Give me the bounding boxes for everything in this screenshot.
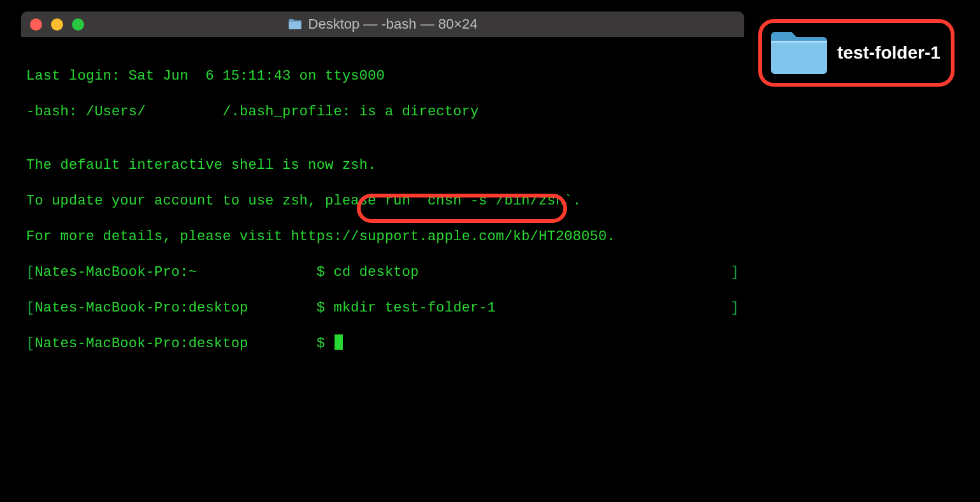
bracket-icon: [ [26,264,34,280]
desktop-folder-item[interactable]: test-folder-1 [758,19,955,87]
prompt-symbol: $ [317,336,334,352]
prompt-host: Nates-MacBook-Pro:~ [34,264,316,280]
bracket-icon: [ [26,336,34,352]
prompt-line: [Nates-MacBook-Pro:~ $ cd desktop] [26,264,739,282]
terminal-line: Last login: Sat Jun 6 15:11:43 on ttys00… [26,68,739,85]
window-controls [30,18,84,31]
terminal-line: For more details, please visit https://s… [26,228,739,246]
prompt-symbol: $ [317,300,334,316]
svg-rect-0 [771,41,827,43]
terminal-line: To update your account to use zsh, pleas… [26,192,739,210]
command-text: cd desktop [334,264,419,280]
prompt-line: [Nates-MacBook-Pro:desktop $ mkdir test-… [26,299,739,317]
bracket-icon: [ [26,300,34,316]
prompt-symbol: $ [317,264,334,280]
window-title: Desktop — -bash — 80×24 [288,16,478,32]
maximize-icon[interactable] [72,18,84,31]
bracket-icon: ] [731,264,739,282]
close-icon[interactable] [30,18,42,31]
prompt-host: Nates-MacBook-Pro:desktop [34,300,316,316]
window-title-text: Desktop — -bash — 80×24 [308,16,478,32]
terminal-content[interactable]: Last login: Sat Jun 6 15:11:43 on ttys00… [21,37,744,480]
folder-icon [288,18,302,30]
desktop-folder-label: test-folder-1 [837,43,940,63]
terminal-line: The default interactive shell is now zsh… [26,157,739,175]
command-text: mkdir test-folder-1 [334,300,496,316]
titlebar[interactable]: Desktop — -bash — 80×24 [21,11,744,37]
minimize-icon[interactable] [51,18,63,31]
cursor-icon [335,334,343,350]
prompt-line: [Nates-MacBook-Pro:desktop $ [26,335,739,353]
folder-icon [768,29,830,76]
prompt-host: Nates-MacBook-Pro:desktop [34,336,316,352]
bracket-icon: ] [731,299,739,317]
terminal-window[interactable]: Desktop — -bash — 80×24 Last login: Sat … [21,11,744,480]
terminal-line: -bash: /Users/ /.bash_profile: is a dire… [26,103,739,121]
